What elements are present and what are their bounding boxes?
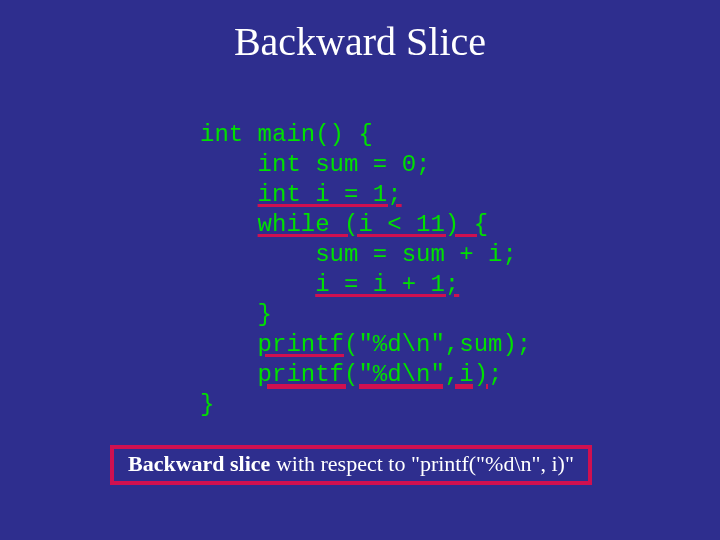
code-line-1: int main() { [200,121,373,148]
code-line-9-indent [200,361,258,388]
code-block: int main() { int sum = 0; int i = 1; whi… [200,120,531,420]
caption-box: Backward slice with respect to "printf("… [110,445,592,485]
code-line-7: } [200,301,272,328]
code-line-8-rest: ("%d\n",sum); [344,331,531,358]
caption-rest: with respect to "printf("%d\n", i)" [270,451,574,476]
code-line-8-indent [200,331,258,358]
code-line-6-indent [200,271,315,298]
code-line-4-text: while (i < 11) { [258,211,488,238]
code-line-10: } [200,391,214,418]
code-line-9-call: printf("%d\n",i) [258,361,488,388]
slide-title: Backward Slice [0,0,720,75]
slide: Backward Slice int main() { int sum = 0;… [0,0,720,540]
code-line-3-indent [200,181,258,208]
code-line-9-semi: ; [488,361,502,388]
code-line-5: sum = sum + i; [200,241,517,268]
code-line-3-text: int i = 1; [258,181,402,208]
code-line-4-indent [200,211,258,238]
caption-bold: Backward slice [128,451,270,476]
code-line-8-printf: printf [258,331,344,358]
code-line-2: int sum = 0; [200,151,430,178]
code-line-6-text: i = i + 1; [315,271,459,298]
caption-text: Backward slice with respect to "printf("… [128,451,574,476]
